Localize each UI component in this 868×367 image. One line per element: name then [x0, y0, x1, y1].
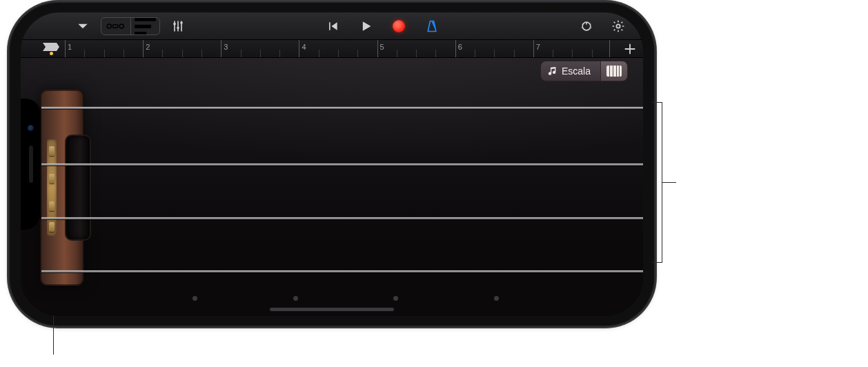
browser-icon	[106, 20, 126, 32]
bar-number: 2	[146, 43, 150, 51]
fret-dot	[494, 296, 499, 301]
cycle-locator-icon[interactable]	[41, 41, 61, 52]
svg-point-0	[107, 24, 111, 28]
bar-number: 3	[224, 43, 228, 51]
beat-marker	[241, 50, 241, 57]
beat-marker	[416, 50, 417, 57]
bar-marker	[221, 40, 221, 57]
svg-point-2	[119, 24, 124, 28]
device-frame: 1234567 Escala	[10, 3, 654, 326]
gear-icon	[611, 19, 625, 33]
knob-icon	[580, 19, 593, 33]
tuning-peg	[49, 174, 55, 184]
beat-marker	[494, 50, 495, 57]
beat-marker	[104, 50, 105, 57]
beat-marker	[319, 50, 319, 57]
keyboard-icon	[606, 66, 622, 77]
song-settings-button[interactable]	[604, 17, 632, 35]
bar-marker	[377, 40, 378, 57]
svg-point-6	[173, 22, 176, 25]
svg-rect-5	[135, 32, 146, 34]
tracks-icon	[131, 17, 159, 35]
bar-marker	[299, 40, 299, 57]
sliders-icon	[171, 19, 185, 33]
tracks-view-button[interactable]	[130, 18, 159, 34]
beat-marker	[338, 50, 339, 57]
tuning-peg	[49, 222, 55, 232]
string-3[interactable]	[41, 217, 643, 219]
app-screen: 1234567 Escala	[21, 12, 643, 316]
fret-dot	[193, 296, 197, 301]
scale-button[interactable]: Escala	[540, 61, 600, 81]
add-section-button[interactable]	[622, 41, 638, 57]
svg-rect-4	[135, 25, 151, 28]
beat-marker	[260, 50, 261, 57]
tuning-plate	[47, 139, 57, 236]
touch-instrument-area[interactable]	[21, 58, 643, 316]
chevron-down-icon	[76, 19, 90, 33]
bar-marker	[65, 40, 66, 57]
browser-view-button[interactable]	[101, 18, 130, 34]
metronome-icon	[425, 19, 439, 33]
string-2[interactable]	[41, 163, 643, 166]
plus-icon	[622, 41, 638, 57]
instrument-view-tabs: Escala	[540, 61, 628, 81]
home-indicator[interactable]	[270, 308, 394, 311]
bar-marker	[533, 40, 534, 57]
view-segmented-control	[101, 17, 160, 35]
bar-number: 4	[302, 43, 306, 51]
play-icon	[359, 19, 373, 33]
beat-marker	[592, 50, 593, 57]
my-songs-button[interactable]	[69, 17, 97, 35]
callout-bracket-cap	[653, 262, 662, 263]
metronome-button[interactable]	[420, 17, 444, 35]
beat-marker	[124, 50, 124, 57]
beat-marker	[435, 50, 436, 57]
music-note-icon	[548, 66, 558, 76]
bar-marker	[455, 40, 456, 57]
transport-controls	[192, 17, 573, 35]
play-button[interactable]	[354, 17, 377, 35]
callout-bracket-cap	[653, 102, 662, 103]
playhead-start-marker	[50, 52, 53, 55]
beat-marker	[514, 50, 515, 57]
fret-dot	[393, 296, 398, 301]
bar-number: 1	[68, 43, 72, 51]
svg-point-8	[180, 21, 183, 24]
svg-rect-3	[135, 18, 156, 21]
beat-marker	[84, 50, 85, 57]
instrument-bridge	[66, 136, 90, 239]
bar-number: 6	[458, 43, 462, 51]
scale-label: Escala	[562, 66, 591, 77]
record-button[interactable]	[387, 17, 411, 35]
svg-point-7	[177, 26, 179, 29]
instrument-neck	[40, 90, 84, 286]
rewind-icon	[326, 19, 339, 33]
beat-marker	[572, 50, 573, 57]
svg-point-10	[616, 24, 620, 28]
record-icon	[393, 20, 405, 32]
string-4[interactable]	[41, 270, 643, 272]
beat-marker	[201, 50, 202, 57]
bar-number: 7	[536, 43, 540, 51]
fret-dot	[293, 296, 298, 301]
go-to-beginning-button[interactable]	[321, 17, 344, 35]
tuning-peg	[49, 146, 55, 156]
beat-marker	[397, 50, 397, 57]
beat-marker	[553, 50, 553, 57]
beat-marker	[162, 50, 163, 57]
timeline-ruler[interactable]: 1234567	[21, 40, 643, 58]
bar-number: 5	[380, 43, 384, 51]
strings-group	[41, 102, 643, 272]
string-1[interactable]	[41, 107, 643, 109]
keyboard-layout-button[interactable]	[600, 61, 628, 81]
callout-lead-right	[662, 182, 676, 183]
track-controls-button[interactable]	[164, 17, 192, 35]
svg-rect-1	[113, 24, 119, 28]
master-effects-button[interactable]	[573, 17, 600, 35]
beat-marker	[182, 50, 183, 57]
device-notch	[21, 99, 40, 230]
beat-marker	[357, 50, 358, 57]
beat-marker	[279, 50, 280, 57]
beat-marker	[475, 50, 475, 57]
